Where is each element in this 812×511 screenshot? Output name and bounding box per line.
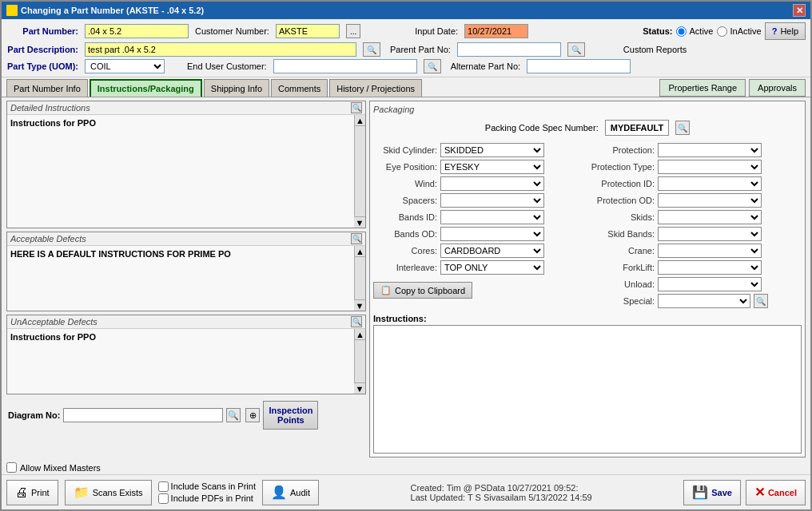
scroll-down-2[interactable]: ▼ — [354, 299, 365, 311]
include-pdfs-checkbox[interactable] — [158, 493, 169, 504]
scroll-up[interactable]: ▲ — [355, 115, 365, 126]
diagram-input[interactable] — [63, 408, 223, 422]
packing-code-row: Packing Code Spec Number: MYDEFAULT 🔍 — [373, 120, 802, 136]
unacceptable-defects-text: Instructions for PPO — [9, 331, 354, 343]
audit-label: Audit — [290, 488, 310, 497]
acceptable-defects-search-button[interactable]: 🔍 — [351, 233, 362, 244]
save-button[interactable]: 💾 Save — [683, 480, 741, 505]
part-number-input[interactable] — [85, 24, 189, 38]
special-select[interactable] — [658, 294, 750, 308]
spacers-select[interactable] — [440, 193, 544, 208]
parent-part-search-button[interactable]: 🔍 — [567, 42, 585, 57]
diagram-search-button[interactable]: 🔍 — [226, 408, 241, 422]
active-radio[interactable] — [676, 26, 687, 37]
customer-number-input[interactable] — [276, 24, 340, 38]
skid-bands-select[interactable] — [658, 227, 762, 241]
active-label: Active — [690, 26, 714, 36]
bands-id-select[interactable] — [440, 210, 544, 224]
scans-button[interactable]: 📁 Scans Exists — [65, 480, 152, 505]
cores-select[interactable]: CARDBOARD — [440, 244, 544, 258]
help-button[interactable]: ? Help — [765, 22, 806, 40]
diagram-extra-button[interactable]: ⊕ — [245, 408, 260, 422]
customer-search-button[interactable]: ... — [346, 24, 360, 38]
end-user-input[interactable] — [273, 59, 417, 73]
unacceptable-defects-content: Instructions for PPO ▲ ▼ — [7, 329, 365, 394]
wind-select[interactable] — [440, 176, 544, 191]
scans-icon: 📁 — [74, 485, 90, 500]
packing-code-label: Packing Code Spec Number: — [485, 123, 599, 133]
bands-od-select[interactable] — [440, 227, 544, 241]
protection-id-select[interactable] — [658, 176, 762, 191]
tab-part-number-info[interactable]: Part Number Info — [6, 79, 88, 97]
special-row: Special: 🔍 — [591, 294, 802, 308]
end-user-label: End User Customer: — [187, 61, 267, 71]
protection-id-label: Protection ID: — [591, 179, 655, 188]
tab-approvals[interactable]: Approvals — [749, 79, 806, 97]
wind-row: Wind: — [373, 176, 584, 191]
end-user-search-button[interactable]: 🔍 — [424, 59, 441, 73]
packaging-fields: Skid Cylinder: SKIDDED Eye Position: EYE… — [373, 143, 802, 308]
crane-label: Crane: — [591, 246, 655, 256]
unload-select[interactable] — [658, 277, 762, 291]
interleave-label: Interleave: — [373, 263, 437, 272]
help-icon: ? — [772, 26, 778, 36]
forklift-select[interactable] — [658, 260, 762, 275]
parent-part-input[interactable] — [457, 42, 561, 57]
diagram-label: Diagram No: — [8, 410, 60, 420]
allow-mixed-checkbox[interactable] — [6, 462, 17, 473]
protection-label: Protection: — [591, 145, 655, 155]
part-description-search-button[interactable]: 🔍 — [363, 42, 380, 57]
tab-shipping-info[interactable]: Shipping Info — [204, 79, 269, 97]
tab-properties-range[interactable]: Properties Range — [659, 79, 746, 97]
inspection-points-button[interactable]: InspectionPoints — [263, 401, 318, 430]
protection-type-select[interactable] — [658, 160, 762, 174]
detailed-instructions-search-button[interactable]: 🔍 — [351, 102, 362, 113]
eye-position-row: Eye Position: EYESKY — [373, 160, 584, 174]
copy-label: Copy to Clipboard — [395, 286, 465, 295]
crane-row: Crane: — [591, 244, 802, 258]
copy-to-clipboard-button[interactable]: 📋 Copy to Clipboard — [373, 282, 472, 299]
audit-button[interactable]: 👤 Audit — [262, 480, 319, 505]
inactive-radio[interactable] — [717, 26, 727, 37]
unacceptable-defects-section: UnAcceptable Defects 🔍 Instructions for … — [6, 315, 366, 394]
packing-code-search-button[interactable]: 🔍 — [675, 121, 690, 135]
print-button[interactable]: 🖨 Print — [6, 480, 58, 505]
tab-history-projections[interactable]: History / Projections — [329, 79, 422, 97]
protection-select[interactable] — [658, 143, 762, 157]
alternate-part-input[interactable] — [527, 59, 631, 73]
acceptable-defects-scrollbar[interactable]: ▲ ▼ — [354, 246, 365, 311]
special-search-button[interactable]: 🔍 — [754, 294, 768, 308]
last-updated-value: T S Sivasailam 5/13/2022 14:59 — [468, 493, 592, 502]
scroll-down[interactable]: ▼ — [354, 216, 365, 228]
input-date-input[interactable] — [464, 24, 528, 38]
part-type-select[interactable]: COIL — [85, 59, 165, 73]
cancel-button[interactable]: ✕ Cancel — [746, 480, 806, 505]
instructions-textarea[interactable] — [373, 325, 802, 454]
scroll-down-3[interactable]: ▼ — [354, 382, 365, 394]
protection-od-select[interactable] — [658, 193, 762, 208]
detailed-instructions-scrollbar[interactable]: ▲ ▼ — [354, 115, 365, 228]
skids-select[interactable] — [658, 210, 762, 224]
crane-select[interactable] — [658, 244, 762, 258]
print-icon: 🖨 — [15, 485, 28, 500]
custom-reports-btn[interactable]: Custom Reports — [623, 45, 687, 54]
close-button[interactable]: ✕ — [793, 4, 806, 17]
right-tabs: Properties Range Approvals — [659, 79, 806, 97]
customer-number-label: Customer Number: — [195, 26, 269, 36]
tab-instructions-packaging[interactable]: Instructions/Packaging — [90, 79, 202, 97]
scroll-up-2[interactable]: ▲ — [355, 246, 365, 257]
title-bar-left: Changing a Part Number (AKSTE - .04 x 5.… — [6, 5, 204, 16]
unload-label: Unload: — [591, 279, 655, 289]
eye-position-select[interactable]: EYESKY — [440, 160, 544, 174]
unacceptable-defects-scrollbar[interactable]: ▲ ▼ — [354, 329, 365, 394]
bottom-bar: 🖨 Print 📁 Scans Exists Include Scans in … — [2, 474, 810, 509]
scroll-up-3[interactable]: ▲ — [355, 329, 365, 340]
include-scans-checkbox[interactable] — [158, 481, 169, 492]
interleave-select[interactable]: TOP ONLY — [440, 260, 544, 275]
unacceptable-defects-search-button[interactable]: 🔍 — [351, 316, 362, 327]
tab-comments[interactable]: Comments — [271, 79, 328, 97]
part-description-input[interactable] — [85, 42, 356, 57]
app-icon — [6, 5, 18, 16]
scans-label: Scans Exists — [93, 488, 143, 497]
skid-cylinder-select[interactable]: SKIDDED — [440, 143, 544, 157]
